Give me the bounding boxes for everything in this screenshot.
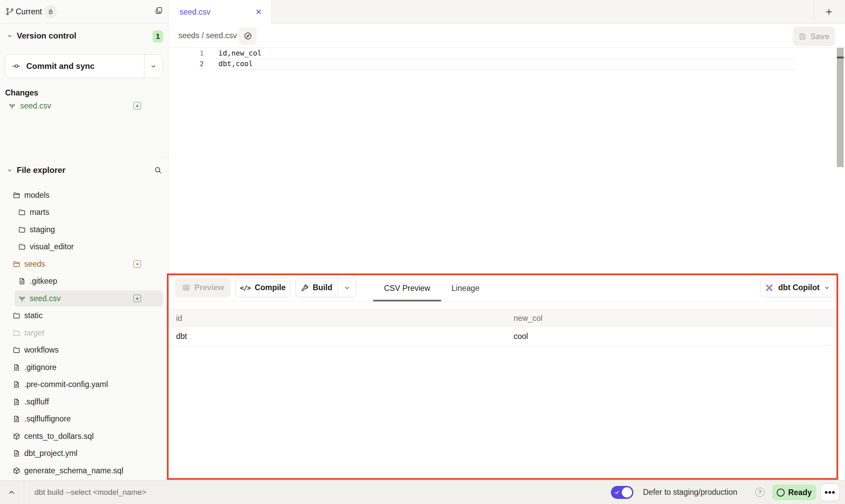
- preview-button[interactable]: Preview: [175, 278, 231, 297]
- file-tree-item-visual-editor[interactable]: visual_editor: [0, 238, 168, 256]
- file-tree-item-sqlfluffignore[interactable]: .sqlfluffignore: [0, 411, 168, 428]
- version-control-header[interactable]: Version control 1: [0, 24, 168, 48]
- commit-icon: [12, 62, 21, 71]
- commit-and-sync-button[interactable]: Commit and sync: [5, 54, 162, 78]
- save-icon: [798, 32, 806, 41]
- file-icon: [13, 398, 20, 406]
- tab-label: seed.csv: [180, 0, 211, 24]
- more-options-button[interactable]: •••: [820, 484, 840, 501]
- line-text: id,new_col: [218, 49, 261, 57]
- code-line: 2 dbt,cool: [169, 59, 845, 70]
- save-button[interactable]: Save: [793, 27, 835, 46]
- help-icon[interactable]: ?: [755, 488, 764, 497]
- divider: [169, 301, 836, 302]
- bottom-panel: Preview </> Compile Build CSV Preview Li…: [167, 273, 838, 480]
- file-tree-item-gitignore[interactable]: .gitignore: [0, 359, 168, 376]
- csv-table-header: id new_col: [169, 309, 836, 327]
- format-compass-icon[interactable]: [239, 27, 257, 45]
- seedling-icon: [8, 102, 16, 110]
- file-explorer-header[interactable]: File explorer: [0, 158, 168, 182]
- file-tree-item-marts[interactable]: marts: [0, 204, 168, 221]
- status-ready-badge[interactable]: Ready: [772, 485, 816, 500]
- search-icon[interactable]: [154, 166, 162, 175]
- sidebar: Current Version control 1 Commit and syn…: [0, 0, 169, 480]
- breadcrumb: seeds / seed.csv: [178, 24, 237, 47]
- tab-lineage[interactable]: Lineage: [441, 275, 490, 301]
- command-input-hint[interactable]: dbt build --select <model_name>: [34, 480, 146, 504]
- editor-scrollbar[interactable]: [837, 48, 844, 167]
- file-tree-item-pre-commit-config[interactable]: .pre-commit-config.yaml: [0, 376, 168, 394]
- wrench-icon: [301, 284, 309, 292]
- line-number: 1: [169, 49, 204, 57]
- dbt-copilot-button[interactable]: dbt Copilot: [760, 278, 834, 297]
- commit-and-sync-main[interactable]: Commit and sync: [5, 55, 144, 78]
- chevron-up-icon[interactable]: [7, 488, 16, 497]
- compile-label: Compile: [255, 283, 286, 292]
- changed-file-item[interactable]: seed.csv +: [0, 99, 168, 113]
- new-tab-button[interactable]: +: [819, 0, 839, 24]
- file-tree-item-workflows[interactable]: workflows: [0, 342, 168, 359]
- csv-table-row: dbt cool: [169, 327, 836, 346]
- editor-tab-strip: seed.csv ✕ +: [169, 0, 845, 24]
- scrollbar-marker: [837, 57, 844, 58]
- chevron-down-icon: [344, 284, 350, 291]
- folder-icon: [18, 243, 26, 251]
- file-tree-item-target[interactable]: target: [0, 324, 168, 342]
- file-tree-item-seeds[interactable]: seeds: [0, 255, 168, 273]
- status-circle-icon: [777, 489, 785, 496]
- added-file-icon: +: [133, 295, 141, 302]
- file-icon: [13, 364, 20, 371]
- file-tree: models marts staging visual_editor seeds: [0, 187, 168, 479]
- file-tree-item-static[interactable]: static: [0, 307, 168, 325]
- commit-dropdown-button[interactable]: [144, 55, 162, 78]
- folder-open-icon: [13, 191, 20, 199]
- table-icon: [182, 283, 190, 292]
- table-cell: dbt: [176, 327, 187, 345]
- branch-name: Current: [16, 0, 42, 24]
- folder-icon: [18, 226, 26, 234]
- file-tree-item-dbt-project[interactable]: dbt_project.yml: [0, 445, 168, 462]
- file-tree-item-sqlfluff[interactable]: .sqlfluff: [0, 393, 168, 411]
- copy-icon[interactable]: [154, 6, 163, 15]
- copilot-label: dbt Copilot: [778, 283, 819, 292]
- defer-toggle[interactable]: [611, 486, 633, 499]
- file-tree-item-cents-to-dollars[interactable]: cents_to_dollars.sql: [0, 428, 168, 445]
- build-main[interactable]: Build: [296, 278, 338, 297]
- changes-title: Changes: [5, 88, 38, 98]
- code-editor[interactable]: 1 id,new_col 2 dbt,cool: [169, 48, 845, 274]
- active-tab-underline: [373, 300, 441, 301]
- chevron-down-icon: [150, 63, 157, 70]
- file-icon: [18, 277, 26, 285]
- file-icon: [13, 381, 20, 388]
- file-tree-item-generate-schema-name[interactable]: generate_schema_name.sql: [0, 462, 168, 479]
- file-header-row: seeds / seed.csv Save: [169, 24, 845, 48]
- branch-header[interactable]: Current: [0, 0, 168, 24]
- build-dropdown-button[interactable]: [338, 278, 356, 297]
- column-header: new_col: [514, 310, 542, 327]
- copilot-sparkle-icon: [764, 283, 774, 293]
- file-tree-item-seed-csv[interactable]: seed.csv +: [0, 290, 168, 307]
- compile-button[interactable]: </> Compile: [235, 278, 290, 297]
- seedling-icon: [18, 295, 26, 302]
- save-label: Save: [810, 32, 829, 41]
- git-branch-icon: [5, 7, 14, 16]
- code-line: 1 id,new_col: [169, 48, 845, 59]
- divider: [814, 0, 814, 24]
- model-cube-icon: [13, 467, 20, 475]
- file-tree-item-models[interactable]: models: [0, 187, 168, 204]
- chevron-down-icon: [6, 33, 13, 39]
- folder-icon: [13, 312, 20, 320]
- file-tree-item-staging[interactable]: staging: [0, 221, 168, 238]
- tab-csv-preview[interactable]: CSV Preview: [373, 275, 441, 301]
- file-tree-item-gitkeep[interactable]: .gitkeep: [0, 273, 168, 290]
- chevron-down-icon: [6, 167, 13, 174]
- modified-folder-icon: [133, 260, 141, 268]
- close-tab-icon[interactable]: ✕: [254, 7, 264, 17]
- build-button[interactable]: Build: [295, 278, 356, 297]
- status-bar: dbt build --select <model_name> Defer to…: [0, 480, 845, 504]
- version-control-title: Version control: [17, 24, 76, 48]
- line-number: 2: [169, 60, 204, 68]
- build-label: Build: [313, 283, 332, 292]
- tab-seed-csv[interactable]: seed.csv ✕: [169, 0, 272, 24]
- table-cell: cool: [514, 327, 528, 345]
